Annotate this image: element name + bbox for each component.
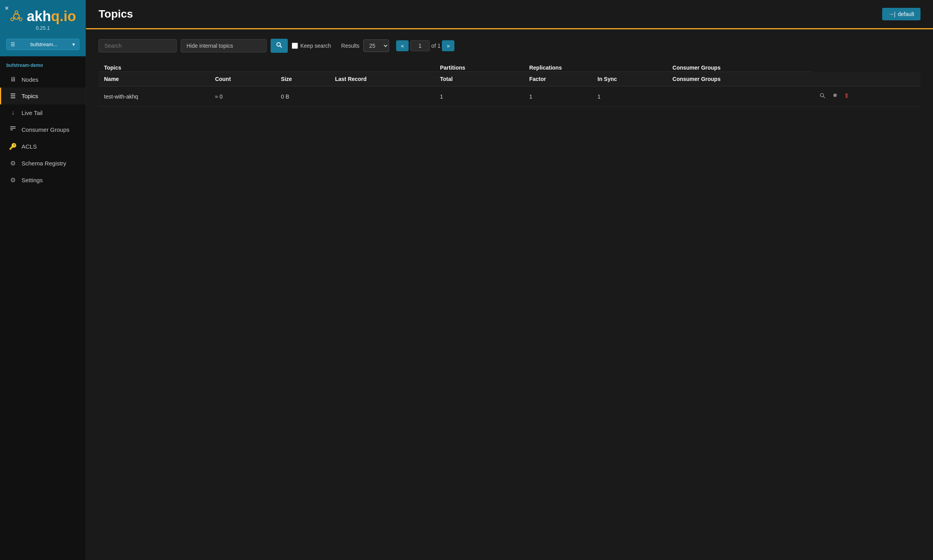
nodes-icon: 🖥 bbox=[9, 76, 17, 83]
page-of-label: of 1 bbox=[431, 43, 440, 49]
default-btn-icon: →| bbox=[888, 11, 895, 17]
col-header-consumer-groups: Consumer Groups bbox=[667, 72, 813, 86]
version-label: 0.25.1 bbox=[36, 25, 50, 31]
default-btn-label: default bbox=[898, 11, 914, 17]
col-header-total: Total bbox=[434, 72, 524, 86]
row-settings-button[interactable] bbox=[830, 91, 839, 102]
sidebar-item-livetail-label: Live Tail bbox=[22, 109, 43, 116]
next-page-button[interactable]: » bbox=[442, 40, 454, 51]
cell-last-record bbox=[330, 86, 435, 107]
svg-line-13 bbox=[823, 96, 825, 98]
col-header-last-record: Last Record bbox=[330, 72, 435, 86]
col-group-partitions: Partitions bbox=[434, 61, 524, 72]
sidebar: × akhq.io 0.25.1 ☰ bufstrea bbox=[0, 0, 86, 560]
sidebar-item-settings-label: Settings bbox=[22, 177, 43, 183]
settings-icon: ⚙ bbox=[9, 176, 17, 184]
prev-page-button[interactable]: « bbox=[396, 40, 409, 51]
sidebar-item-acls[interactable]: 🔑 ACLS bbox=[0, 138, 86, 155]
sidebar-item-topics[interactable]: ☰ Topics bbox=[0, 88, 86, 104]
search-icon bbox=[276, 42, 282, 50]
results-per-page-select[interactable]: 25 50 100 bbox=[363, 39, 389, 52]
page-header: Topics →| default bbox=[86, 0, 933, 29]
row-search-button[interactable] bbox=[818, 91, 827, 102]
sidebar-item-schema-registry-label: Schema Registry bbox=[22, 160, 66, 167]
main-content-area: Topics →| default Hide internal topics bbox=[86, 0, 933, 560]
hide-internal-select[interactable]: Hide internal topics bbox=[181, 39, 267, 52]
logo-text: akhq.io bbox=[27, 9, 76, 23]
page-title: Topics bbox=[99, 8, 133, 20]
cell-consumer-groups bbox=[667, 86, 813, 107]
col-header-count: Count bbox=[210, 72, 276, 86]
active-cluster-label[interactable]: bufstream-demo bbox=[0, 59, 86, 71]
nav-section: bufstream-demo 🖥 Nodes ☰ Topics ↓ Live T… bbox=[0, 56, 86, 192]
topics-icon: ☰ bbox=[9, 92, 17, 100]
results-label: Results bbox=[341, 43, 360, 49]
search-input[interactable] bbox=[99, 39, 177, 52]
pagination: « of 1 » bbox=[396, 40, 454, 51]
col-header-name: Name bbox=[99, 72, 210, 86]
sidebar-item-nodes[interactable]: 🖥 Nodes bbox=[0, 71, 86, 88]
keep-search-text: Keep search bbox=[300, 43, 331, 49]
consumer-groups-icon bbox=[9, 126, 17, 133]
col-header-size: Size bbox=[276, 72, 330, 86]
svg-rect-8 bbox=[10, 128, 16, 129]
col-group-replications: Replications bbox=[524, 61, 667, 72]
page-number-input[interactable] bbox=[410, 40, 430, 51]
col-group-topics: Topics bbox=[99, 61, 434, 72]
cell-size: 0 B bbox=[276, 86, 330, 107]
livetail-icon: ↓ bbox=[9, 109, 17, 116]
sidebar-item-livetail[interactable]: ↓ Live Tail bbox=[0, 104, 86, 121]
table-row: test-with-akhq ≈ 0 0 B 1 1 1 bbox=[99, 86, 920, 107]
toolbar: Hide internal topics Keep search Results… bbox=[99, 39, 920, 53]
col-header-factor: Factor bbox=[524, 72, 592, 86]
cluster-icon: ☰ bbox=[11, 41, 15, 47]
cluster-selector[interactable]: ☰ bufstream... ▾ bbox=[6, 39, 79, 50]
sidebar-item-consumer-groups[interactable]: Consumer Groups bbox=[0, 121, 86, 138]
sidebar-item-acls-label: ACLS bbox=[22, 143, 37, 150]
col-header-actions bbox=[813, 72, 920, 86]
cell-count: ≈ 0 bbox=[210, 86, 276, 107]
acls-icon: 🔑 bbox=[9, 143, 17, 150]
keep-search-label[interactable]: Keep search bbox=[292, 43, 331, 49]
schema-registry-icon: ⚙ bbox=[9, 160, 17, 167]
col-header-in-sync: In Sync bbox=[592, 72, 667, 86]
svg-rect-7 bbox=[10, 126, 16, 127]
cell-name: test-with-akhq bbox=[99, 86, 210, 107]
keep-search-checkbox[interactable] bbox=[292, 43, 298, 49]
svg-line-11 bbox=[280, 46, 282, 47]
sidebar-item-settings[interactable]: ⚙ Settings bbox=[0, 172, 86, 188]
cell-total: 1 bbox=[434, 86, 524, 107]
svg-point-3 bbox=[20, 18, 22, 21]
page-body: Hide internal topics Keep search Results… bbox=[86, 29, 933, 560]
cell-factor: 1 bbox=[524, 86, 592, 107]
sidebar-item-schema-registry[interactable]: ⚙ Schema Registry bbox=[0, 155, 86, 172]
chevron-down-icon: ▾ bbox=[72, 41, 75, 47]
col-group-consumer-groups: Consumer Groups bbox=[667, 61, 813, 72]
akhq-logo-icon bbox=[9, 9, 23, 23]
sidebar-item-topics-label: Topics bbox=[22, 93, 38, 99]
sidebar-item-consumer-groups-label: Consumer Groups bbox=[22, 126, 70, 133]
cell-in-sync: 1 bbox=[592, 86, 667, 107]
default-button[interactable]: →| default bbox=[882, 8, 920, 20]
search-button[interactable] bbox=[271, 39, 288, 53]
svg-rect-9 bbox=[10, 129, 13, 130]
close-button[interactable]: × bbox=[5, 5, 9, 12]
svg-point-1 bbox=[11, 18, 14, 21]
logo-area: akhq.io bbox=[9, 9, 76, 23]
cell-actions bbox=[813, 86, 920, 107]
row-delete-button[interactable] bbox=[842, 91, 851, 102]
topics-table: Topics Partitions Replications Consumer … bbox=[99, 61, 920, 107]
sidebar-header: × akhq.io 0.25.1 ☰ bufstrea bbox=[0, 0, 86, 56]
sidebar-item-nodes-label: Nodes bbox=[22, 76, 38, 83]
cluster-name: bufstream... bbox=[31, 41, 57, 47]
